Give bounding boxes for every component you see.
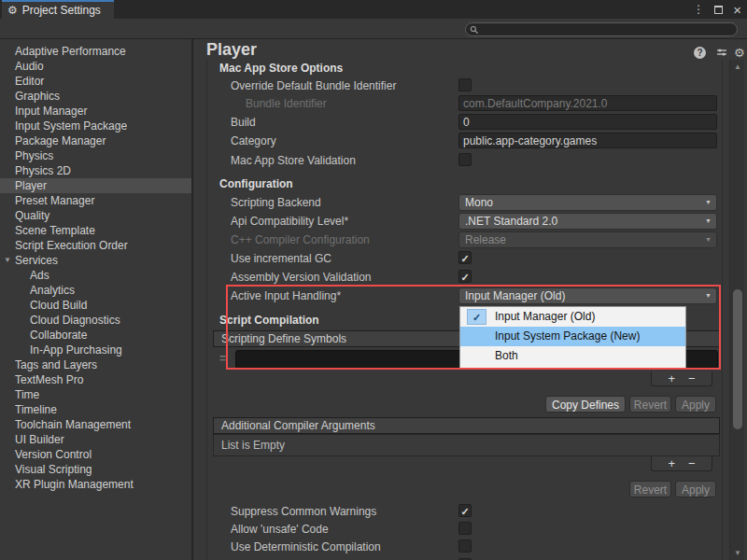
row-api-compatibility-level: Api Compatibility Level* .NET Standard 2…	[194, 213, 726, 230]
search-box[interactable]	[465, 22, 738, 36]
sidebar-item-label: Quality	[15, 209, 49, 222]
checkmark-icon: ✓	[460, 253, 469, 264]
dropdown-value: Mono	[465, 196, 493, 209]
mac-app-store-validation-checkbox[interactable]	[458, 153, 472, 166]
api-compatibility-dropdown[interactable]: .NET Standard 2.0 ▼	[458, 213, 717, 230]
sidebar-item-label: Ads	[30, 269, 49, 282]
presets-icon[interactable]	[716, 48, 727, 62]
vertical-scrollbar[interactable]: ▲ ▼	[729, 60, 744, 560]
kebab-menu-icon[interactable]: ⋮	[693, 3, 704, 16]
sidebar-item-label: Script Execution Order	[15, 239, 128, 252]
override-bundle-identifier-checkbox[interactable]	[458, 78, 472, 91]
sidebar-item-time[interactable]: Time	[0, 387, 191, 402]
add-button[interactable]: +	[668, 457, 675, 469]
sidebar-item-textmesh-pro[interactable]: TextMesh Pro	[0, 372, 191, 387]
sidebar-item-label: Timeline	[15, 403, 57, 416]
search-input[interactable]	[479, 23, 733, 36]
category-field[interactable]: public.app-category.games	[458, 133, 717, 148]
copy-defines-button[interactable]: Copy Defines	[545, 396, 626, 413]
panel-header-icons: ? ⚙	[194, 47, 747, 60]
settings-sidebar: Adaptive Performance Audio Editor Graphi…	[0, 39, 193, 560]
sidebar-item-xr-plugin-management[interactable]: XR Plugin Management	[0, 477, 191, 492]
row-mac-app-store-validation: Mac App Store Validation	[194, 152, 726, 169]
suppress-common-warnings-checkbox[interactable]: ✓	[458, 504, 472, 517]
active-input-handling-dropdown[interactable]: Input Manager (Old) ▼	[458, 287, 717, 304]
sidebar-item-label: Physics 2D	[15, 164, 71, 177]
sidebar-item-input-manager[interactable]: Input Manager	[0, 104, 191, 119]
add-button[interactable]: +	[668, 372, 675, 385]
menu-check-cell: ✓	[467, 309, 486, 325]
scroll-up-icon[interactable]: ▲	[730, 63, 745, 71]
row-label: Build	[231, 116, 256, 129]
maximize-icon[interactable]	[714, 6, 723, 14]
sidebar-item-collaborate[interactable]: Collaborate	[0, 328, 191, 343]
sidebar-item-timeline[interactable]: Timeline	[0, 402, 191, 417]
menu-item-input-manager-old[interactable]: ✓ Input Manager (Old)	[460, 307, 685, 327]
revert-button: Revert	[629, 481, 671, 497]
sidebar-item-analytics[interactable]: Analytics	[0, 283, 191, 298]
allow-unsafe-code-checkbox[interactable]	[458, 522, 472, 535]
row-label: Suppress Common Warnings	[231, 505, 376, 518]
row-label: Category	[231, 134, 276, 147]
sidebar-item-visual-scripting[interactable]: Visual Scripting	[0, 462, 191, 477]
sidebar-item-label: XR Plugin Management	[15, 478, 134, 491]
sidebar-item-label: Version Control	[15, 448, 92, 461]
scripting-backend-dropdown[interactable]: Mono ▼	[458, 194, 717, 211]
row-label: Scripting Backend	[231, 196, 321, 209]
sidebar-item-version-control[interactable]: Version Control	[0, 447, 191, 462]
window-controls: ⋮ ×	[693, 0, 741, 19]
sidebar-item-editor[interactable]: Editor	[0, 74, 191, 89]
sidebar-item-in-app-purchasing[interactable]: In-App Purchasing	[0, 343, 191, 357]
sidebar-item-label: UI Builder	[15, 433, 64, 446]
cpp-compiler-configuration-dropdown: Release ▼	[458, 231, 717, 248]
sidebar-item-cloud-diagnostics[interactable]: Cloud Diagnostics	[0, 313, 191, 328]
row-bundle-identifier: Bundle Identifier com.DefaultCompany.202…	[194, 95, 726, 112]
window-title: Project Settings	[22, 4, 101, 17]
project-settings-window: ⚙ Project Settings ⋮ × Adaptive Performa…	[0, 0, 747, 560]
sidebar-item-physics[interactable]: Physics	[0, 148, 191, 163]
tab-project-settings[interactable]: ⚙ Project Settings	[2, 0, 114, 19]
scrollbar-thumb[interactable]	[733, 289, 742, 429]
bundle-identifier-field[interactable]: com.DefaultCompany.2021.0	[458, 95, 717, 111]
use-incremental-gc-checkbox[interactable]: ✓	[458, 251, 472, 264]
sidebar-item-ui-builder[interactable]: UI Builder	[0, 432, 191, 447]
menu-item-both[interactable]: Both	[460, 346, 685, 366]
sidebar-item-services[interactable]: ▼Services	[0, 253, 191, 268]
sidebar-item-audio[interactable]: Audio	[0, 59, 191, 74]
sidebar-item-adaptive-performance[interactable]: Adaptive Performance	[0, 44, 191, 59]
scroll-down-icon[interactable]: ▼	[730, 549, 745, 557]
close-icon[interactable]: ×	[733, 3, 741, 17]
build-field[interactable]: 0	[458, 114, 717, 130]
sidebar-item-toolchain-management[interactable]: Toolchain Management	[0, 417, 191, 432]
empty-list-box: List is Empty	[213, 434, 720, 456]
row-label: Mac App Store Validation	[231, 154, 356, 167]
remove-button[interactable]: −	[688, 372, 696, 385]
sidebar-item-script-execution-order[interactable]: Script Execution Order	[0, 238, 191, 253]
sidebar-item-ads[interactable]: Ads	[0, 268, 191, 283]
row-allow-unsafe-code: Allow 'unsafe' Code	[194, 521, 726, 538]
row-scripting-backend: Scripting Backend Mono ▼	[194, 194, 726, 211]
use-deterministic-compilation-checkbox[interactable]	[458, 539, 472, 553]
assembly-version-validation-checkbox[interactable]: ✓	[458, 270, 472, 283]
help-icon[interactable]: ?	[694, 47, 706, 59]
sidebar-item-tags-and-layers[interactable]: Tags and Layers	[0, 357, 191, 372]
sidebar-item-scene-template[interactable]: Scene Template	[0, 223, 191, 238]
sidebar-item-package-manager[interactable]: Package Manager	[0, 133, 191, 148]
sidebar-item-cloud-build[interactable]: Cloud Build	[0, 298, 191, 313]
foldout-expanded-icon[interactable]: ▼	[4, 253, 11, 268]
gear-icon[interactable]: ⚙	[734, 46, 745, 60]
menu-item-label: Both	[495, 349, 518, 362]
sidebar-item-player[interactable]: Player	[0, 178, 191, 193]
remove-button[interactable]: −	[688, 457, 696, 469]
section-header-configuration: Configuration	[219, 177, 293, 190]
row-assembly-version-validation: Assembly Version Validation ✓	[194, 269, 726, 286]
section-header-mac-app-store: Mac App Store Options	[219, 62, 343, 75]
menu-item-input-system-package-new[interactable]: Input System Package (New)	[460, 327, 685, 346]
sidebar-item-quality[interactable]: Quality	[0, 208, 191, 223]
sidebar-item-graphics[interactable]: Graphics	[0, 89, 191, 104]
sidebar-item-input-system-package[interactable]: Input System Package	[0, 119, 191, 133]
drag-handle-icon[interactable]: =	[219, 352, 226, 365]
sidebar-item-physics-2d[interactable]: Physics 2D	[0, 163, 191, 178]
sidebar-item-label: Collaborate	[30, 329, 87, 342]
sidebar-item-preset-manager[interactable]: Preset Manager	[0, 193, 191, 208]
